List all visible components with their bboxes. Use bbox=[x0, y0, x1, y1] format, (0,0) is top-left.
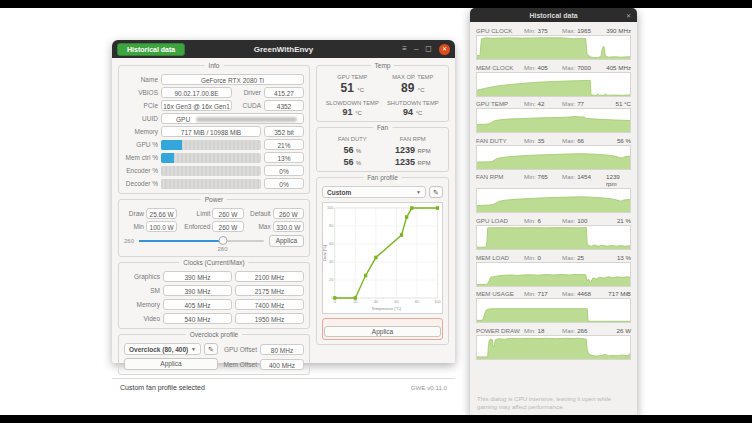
fan-profile-dropdown[interactable]: Custom ▼ bbox=[322, 186, 426, 198]
gpu-temp-value: 51 bbox=[341, 81, 354, 95]
close-icon[interactable]: ✕ bbox=[439, 44, 450, 55]
history-chart-row: MEM CLOCK Min: 405 Max: 7000 405 MHz bbox=[476, 64, 631, 97]
gpu-offset-value: 80 MHz bbox=[260, 344, 304, 355]
app-version: GWE v0.11.0 bbox=[411, 384, 447, 391]
svg-text:80: 80 bbox=[415, 299, 420, 304]
history-chart-title: FAN DUTY bbox=[476, 137, 524, 144]
memory-usage-value: 717 MiB / 10988 MiB bbox=[161, 126, 261, 137]
driver-value: 415.27 bbox=[264, 87, 304, 98]
desktop: Historical data GreenWithEnvy ≡ – ◻ ✕ In… bbox=[0, 0, 752, 423]
overclock-section: Overclock profile Overclock (80, 400) ▼ … bbox=[118, 334, 310, 375]
history-chart-row: FAN RPM Min: 765 Max: 1454 1239 rpm bbox=[476, 173, 631, 213]
mem-offset-value: 400 MHz bbox=[260, 359, 304, 370]
fan-rpm-label: FAN RPM bbox=[383, 136, 444, 142]
cuda-cores-value: 4352 bbox=[264, 100, 304, 111]
memory-label: Memory bbox=[124, 128, 158, 135]
gpu-util-label: GPU % bbox=[124, 141, 158, 148]
mem-ctrl-value: 13% bbox=[264, 152, 304, 163]
clock-graphics-current: 390 MHz bbox=[163, 271, 232, 282]
power-default-label: Default bbox=[246, 210, 271, 217]
close-icon[interactable]: ✕ bbox=[626, 12, 631, 19]
history-current-value: 405 MHz bbox=[606, 64, 631, 71]
shutdown-temp-unit: °C bbox=[416, 110, 423, 116]
history-max: Max: 25 bbox=[562, 254, 606, 261]
history-min: Min: 717 bbox=[524, 290, 562, 297]
history-chart-row: MEM LOAD Min: 0 Max: 25 13 % bbox=[476, 254, 631, 287]
memory-interface-value: 352 bit bbox=[264, 126, 304, 137]
history-sparkline bbox=[476, 35, 631, 60]
history-chart-row: MEM USAGE Min: 717 Max: 4468 717 MiB bbox=[476, 290, 631, 323]
fan-profile-value: Custom bbox=[327, 189, 351, 196]
history-chart-title: GPU CLOCK bbox=[476, 27, 524, 34]
power-slider-min-label: 260 bbox=[124, 235, 134, 244]
power-max-label: Max bbox=[246, 223, 271, 230]
svg-text:40: 40 bbox=[374, 299, 379, 304]
svg-text:Temperature [°C]: Temperature [°C] bbox=[371, 306, 400, 311]
minimize-icon[interactable]: – bbox=[414, 45, 418, 53]
history-current-value: 56 % bbox=[617, 137, 631, 144]
gpu-temp-unit: °C bbox=[357, 87, 364, 93]
slowdown-temp-value: 91 bbox=[343, 107, 353, 117]
menu-icon[interactable]: ≡ bbox=[402, 45, 407, 53]
maximize-icon[interactable]: ◻ bbox=[425, 45, 432, 53]
overclock-profile-dropdown[interactable]: Overclock (80, 400) ▼ bbox=[124, 343, 201, 355]
clock-video-max: 1950 MHz bbox=[235, 313, 304, 324]
clock-sm-current: 390 MHz bbox=[163, 285, 232, 296]
power-apply-button[interactable]: Applica bbox=[269, 235, 304, 247]
clock-memory-current: 405 MHz bbox=[163, 299, 232, 310]
power-limit-value: 260 W bbox=[212, 208, 243, 219]
gpu-temp-label: GPU TEMP bbox=[322, 74, 383, 80]
pcie-label: PCIe bbox=[124, 102, 158, 109]
history-min: Min: 405 bbox=[524, 64, 562, 71]
history-current-value: 26 W bbox=[617, 327, 631, 334]
clock-graphics-max: 2100 MHz bbox=[235, 271, 304, 282]
history-max: Max: 4468 bbox=[562, 290, 606, 297]
svg-text:20: 20 bbox=[353, 299, 358, 304]
history-sparkline bbox=[476, 298, 631, 323]
gpu-util-progressbar bbox=[161, 140, 261, 150]
history-titlebar: Historical data ✕ bbox=[470, 8, 637, 22]
fan-profile-apply-button[interactable]: Applica bbox=[324, 326, 441, 337]
vbios-value: 90.02.17.00.8E bbox=[161, 87, 232, 98]
uuid-prefix: GPU bbox=[176, 115, 190, 124]
slowdown-temp-unit: °C bbox=[355, 110, 362, 116]
gpu-util-value: 21% bbox=[264, 139, 304, 150]
encoder-progressbar bbox=[161, 166, 261, 176]
decoder-progressbar bbox=[161, 179, 261, 189]
decoder-label: Decoder % bbox=[124, 180, 158, 187]
history-current-value: 1239 rpm bbox=[606, 173, 631, 187]
history-current-value: 717 MiB bbox=[608, 290, 631, 297]
edit-fan-profile-icon[interactable]: ✎ bbox=[429, 186, 443, 198]
history-chart-list: GPU CLOCK Min: 375 Max: 1965 390 MHz MEM… bbox=[470, 22, 637, 393]
history-chart-title: POWER DRAW bbox=[476, 327, 524, 334]
history-max: Max: 1965 bbox=[562, 27, 606, 34]
power-section: Power Draw 25.66 W Limit 260 W Default 2… bbox=[118, 199, 310, 257]
encoder-value: 0% bbox=[264, 165, 304, 176]
fan2-duty-unit: % bbox=[356, 160, 361, 166]
pcie-value: 16x Gen3 @ 16x Gen1 bbox=[161, 100, 232, 111]
history-min: Min: 18 bbox=[524, 327, 562, 334]
svg-text:0: 0 bbox=[334, 299, 337, 304]
svg-text:20: 20 bbox=[329, 277, 334, 282]
clock-memory-max: 7400 MHz bbox=[235, 299, 304, 310]
history-current-value: 21 % bbox=[617, 217, 631, 224]
history-current-value: 13 % bbox=[617, 254, 631, 261]
history-max: Max: 266 bbox=[562, 327, 606, 334]
svg-text:100: 100 bbox=[327, 205, 334, 210]
uuid-label: UUID bbox=[124, 115, 158, 122]
power-limit-slider[interactable]: 260 bbox=[139, 235, 264, 252]
historical-data-button[interactable]: Historical data bbox=[117, 43, 185, 56]
status-message: Custom fan profile selected bbox=[120, 384, 205, 391]
overclock-apply-button[interactable]: Applica bbox=[124, 358, 218, 370]
svg-text:60: 60 bbox=[329, 241, 334, 246]
slowdown-temp-label: SLOWDOWN TEMP bbox=[322, 100, 383, 106]
fan-legend: Fan bbox=[373, 124, 392, 131]
history-chart-row: GPU LOAD Min: 6 Max: 100 21 % bbox=[476, 217, 631, 250]
edit-overclock-profile-icon[interactable]: ✎ bbox=[204, 343, 218, 355]
fan-section: Fan FAN DUTY FAN RPM 56 % 1239 RPM 56 % … bbox=[316, 127, 449, 172]
power-limit-label: Limit bbox=[179, 210, 210, 217]
encoder-label: Encoder % bbox=[124, 167, 158, 174]
clocks-legend: Clocks (Current/Max) bbox=[179, 259, 248, 266]
power-slider-handle[interactable] bbox=[218, 236, 227, 245]
history-chart-title: GPU TEMP bbox=[476, 100, 524, 107]
